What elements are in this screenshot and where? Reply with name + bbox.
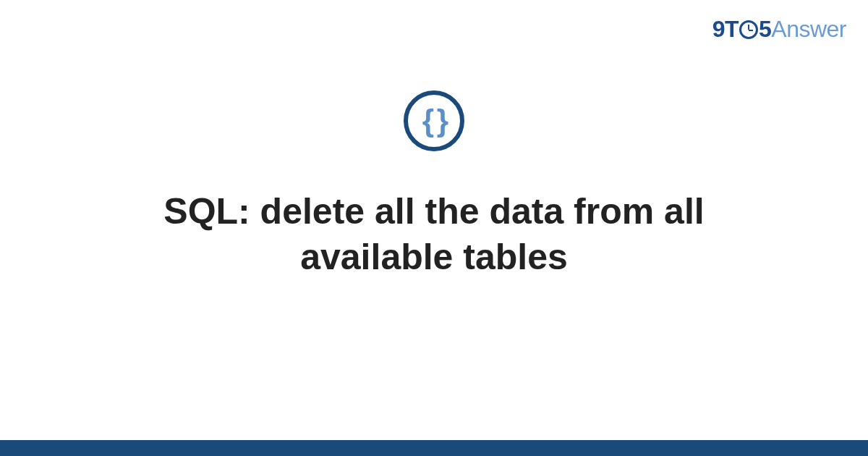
main-content: { } SQL: delete all the data from all av… (0, 90, 868, 279)
logo-text-9t: 9T (712, 16, 739, 43)
code-braces-icon: { } (404, 90, 464, 151)
clock-icon (739, 20, 758, 39)
logo-text-answer: Answer (771, 16, 846, 43)
braces-symbol: { } (422, 106, 446, 136)
footer-accent-bar (0, 440, 868, 456)
logo-text-5: 5 (759, 16, 771, 43)
brand-logo: 9T 5 Answer (712, 16, 846, 43)
page-title: SQL: delete all the data from all availa… (87, 189, 781, 279)
